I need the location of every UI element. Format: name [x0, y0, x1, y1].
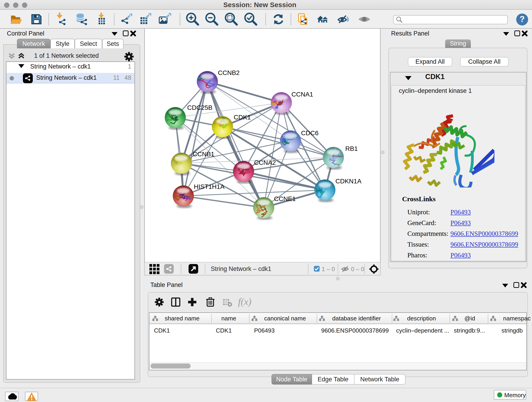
- svg-text:CCNB1: CCNB1: [193, 151, 215, 158]
- svg-text:RB1: RB1: [345, 145, 358, 152]
- svg-text:CCNB2: CCNB2: [218, 69, 240, 76]
- svg-text:CCNE1: CCNE1: [274, 195, 296, 202]
- svg-text:CDKN1A: CDKN1A: [336, 178, 361, 185]
- svg-text:HIST1H1A: HIST1H1A: [194, 183, 225, 190]
- svg-text:?: ?: [520, 14, 525, 24]
- svg-text:CDK1: CDK1: [234, 114, 251, 121]
- svg-text:CCNA1: CCNA1: [291, 91, 313, 98]
- svg-text:CDC25B: CDC25B: [187, 104, 212, 111]
- svg-text:CDC6: CDC6: [301, 129, 318, 137]
- svg-text:CCNA2: CCNA2: [254, 159, 276, 166]
